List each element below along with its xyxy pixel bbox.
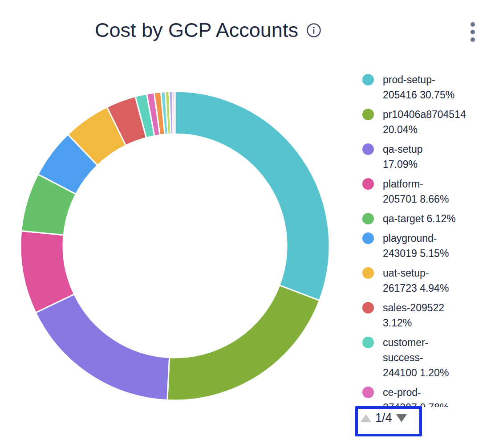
donut-chart [0, 71, 352, 423]
legend-swatch-icon [362, 74, 374, 86]
legend-item-label: platform- 205701 8.66% [383, 176, 449, 207]
legend-item-label: pr10406a8704514 20.04% [383, 107, 466, 137]
widget-header: Cost by GCP Accounts [95, 19, 321, 42]
legend-item[interactable]: qa-setup 17.09% [362, 142, 503, 172]
legend-item[interactable]: prod-setup- 205416 30.75% [362, 72, 503, 102]
legend-item-label: uat-setup- 261723 4.94% [383, 265, 449, 296]
legend-swatch-icon [362, 178, 374, 190]
info-icon[interactable] [306, 23, 321, 38]
legend-swatch-icon [362, 143, 374, 155]
legend-swatch-icon [362, 337, 374, 348]
kebab-menu-icon[interactable] [466, 20, 479, 45]
legend-pagination: 1/4 [358, 409, 419, 425]
legend-item[interactable]: platform- 205701 8.66% [362, 176, 503, 207]
legend-item-label: sales-209522 3.12% [383, 300, 444, 330]
legend-item[interactable]: uat-setup- 261723 4.94% [362, 265, 503, 296]
legend-item-label: qa-setup 17.09% [383, 142, 423, 172]
legend-pagination-highlight: 1/4 [355, 406, 422, 436]
legend-swatch-icon [362, 232, 374, 244]
legend-page-indicator: 1/4 [375, 411, 392, 425]
legend-item[interactable]: sales-209522 3.12% [362, 300, 503, 330]
legend-swatch-icon [362, 267, 374, 279]
legend: prod-setup- 205416 30.75%pr10406a8704514… [362, 72, 503, 407]
legend-swatch-icon [362, 109, 374, 120]
pie-slice[interactable] [36, 294, 169, 400]
legend-swatch-icon [362, 302, 374, 314]
legend-item[interactable]: ce-prod- 274397 0.78% [362, 385, 503, 407]
legend-item[interactable]: playground- 243019 5.15% [362, 231, 503, 261]
legend-item[interactable]: pr10406a8704514 20.04% [362, 107, 503, 137]
legend-item-label: playground- 243019 5.15% [383, 231, 449, 261]
pie-slice[interactable] [175, 91, 329, 301]
legend-page-down-icon[interactable] [396, 414, 407, 422]
legend-item-label: prod-setup- 205416 30.75% [383, 72, 454, 102]
legend-item-label: qa-target 6.12% [383, 211, 456, 226]
pie-slice[interactable] [167, 285, 320, 400]
page-title: Cost by GCP Accounts [95, 19, 298, 42]
legend-item-label: customer- success- 244100 1.20% [383, 335, 449, 380]
legend-page-up-icon[interactable] [361, 414, 371, 422]
legend-item[interactable]: customer- success- 244100 1.20% [362, 335, 503, 380]
legend-swatch-icon [362, 213, 374, 224]
legend-item[interactable]: qa-target 6.12% [362, 211, 503, 226]
legend-swatch-icon [362, 387, 374, 398]
legend-item-label: ce-prod- 274397 0.78% [383, 385, 449, 407]
pie-slice[interactable] [173, 91, 175, 134]
